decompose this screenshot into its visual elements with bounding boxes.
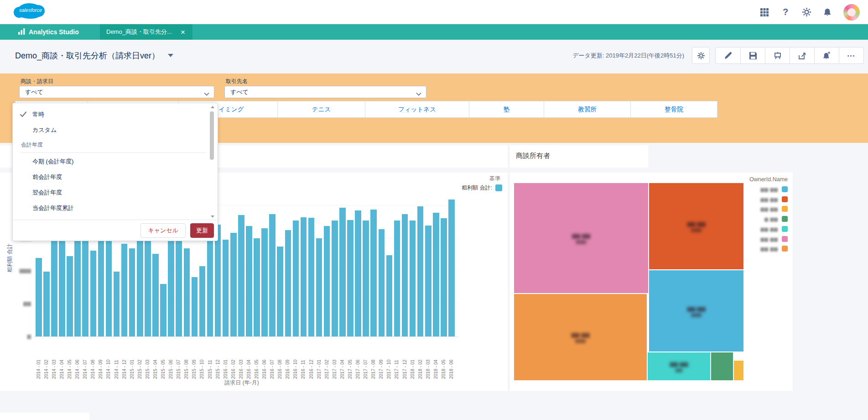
treemap-block[interactable]: ▆▆ ▆▆▆▆▆: [649, 183, 743, 269]
bar-2016 - 11[interactable]: [301, 217, 307, 336]
salesforce-logo[interactable]: salesforce: [16, 3, 43, 19]
bar-2014 - 01[interactable]: [36, 258, 42, 336]
dashboard-tab[interactable]: Demo_商談・取引先分... ×: [100, 24, 192, 40]
bar-2017 - 06[interactable]: [355, 210, 361, 336]
bar-2014 - 04[interactable]: [59, 230, 65, 336]
gear-icon[interactable]: [801, 7, 811, 17]
treemap-legend-item[interactable]: ▆▆ ▆▆: [760, 236, 788, 242]
edit-button[interactable]: [716, 47, 740, 63]
title-caret-icon[interactable]: [168, 54, 173, 57]
update-button[interactable]: 更新: [190, 223, 214, 238]
bar-2017 - 11[interactable]: [394, 220, 400, 336]
bar-2016 - 12[interactable]: [308, 218, 315, 336]
share-button[interactable]: [790, 47, 814, 63]
sparkle-button[interactable]: [692, 47, 710, 64]
scroll-up-icon[interactable]: [211, 106, 214, 108]
more-actions-button[interactable]: •••: [839, 47, 863, 63]
bar-2015 - 01[interactable]: [129, 248, 135, 336]
bar-2015 - 06[interactable]: [168, 233, 174, 336]
scroll-down-icon[interactable]: [211, 215, 214, 218]
dropdown-option[interactable]: 翌会計年度: [13, 185, 206, 200]
filter-account-select[interactable]: すべて: [224, 86, 426, 98]
bar-2015 - 07[interactable]: [176, 230, 182, 336]
present-button[interactable]: [765, 47, 790, 63]
save-button[interactable]: [740, 47, 765, 63]
bar-2017 - 12[interactable]: [402, 214, 408, 336]
bar-2014 - 03[interactable]: [51, 233, 57, 336]
tab-close-icon[interactable]: ×: [180, 28, 186, 36]
bar-2015 - 05[interactable]: [160, 284, 166, 336]
bar-2017 - 02[interactable]: [324, 226, 330, 336]
bar-2018 - 03[interactable]: [425, 226, 431, 336]
bar-2018 - 02[interactable]: [417, 206, 424, 336]
bar-2016 - 05[interactable]: [254, 238, 260, 336]
bar-2016 - 04[interactable]: [246, 226, 252, 336]
analytics-studio-brand[interactable]: Analytics Studio: [0, 24, 100, 40]
bar-2014 - 11[interactable]: [114, 272, 120, 336]
bar-2016 - 07[interactable]: [269, 214, 275, 336]
bell-icon[interactable]: [822, 7, 832, 17]
bar-2014 - 02[interactable]: [43, 272, 50, 336]
treemap-block[interactable]: [711, 352, 733, 380]
bar-2016 - 08[interactable]: [277, 247, 283, 336]
bar-2016 - 09[interactable]: [285, 230, 291, 336]
treemap-block[interactable]: ▆▆ ▆▆▆▆▆: [649, 270, 743, 352]
bar-2015 - 11[interactable]: [207, 236, 213, 336]
dropdown-scrollbar[interactable]: [209, 105, 215, 218]
bar-2015 - 12[interactable]: [215, 225, 221, 336]
user-avatar[interactable]: [843, 4, 860, 21]
bar-2015 - 02[interactable]: [137, 240, 143, 336]
treemap-legend-item[interactable]: ▆▆ ▆▆: [760, 226, 788, 232]
bar-2015 - 03[interactable]: [145, 233, 151, 336]
scrollbar-thumb[interactable]: [210, 111, 214, 160]
filter-date-select[interactable]: すべて: [19, 86, 214, 98]
bar-2016 - 06[interactable]: [261, 228, 268, 336]
bar-2018 - 01[interactable]: [410, 220, 416, 336]
treemap-legend-item[interactable]: ▆▆ ▆▆: [760, 196, 788, 202]
help-icon[interactable]: ?: [780, 7, 790, 17]
bar-2018 - 06[interactable]: [448, 200, 455, 336]
bar-2018 - 04[interactable]: [433, 213, 439, 336]
dropdown-option[interactable]: 常時: [13, 107, 206, 122]
category-tab-フィットネス[interactable]: フィットネス: [365, 101, 469, 118]
treemap-block[interactable]: [734, 361, 743, 380]
bar-2015 - 04[interactable]: [152, 254, 159, 336]
category-tab-教習所[interactable]: 教習所: [544, 101, 631, 118]
bar-2014 - 05[interactable]: [67, 256, 73, 336]
bar-2016 - 02[interactable]: [230, 233, 237, 336]
bar-2017 - 04[interactable]: [339, 208, 346, 336]
bar-2017 - 03[interactable]: [332, 220, 338, 336]
dropdown-option[interactable]: 前会計年度: [13, 169, 206, 185]
bar-2016 - 10[interactable]: [293, 220, 299, 336]
treemap-block[interactable]: ▆▆ ▆▆▆▆▆: [514, 183, 648, 293]
bar-2017 - 10[interactable]: [386, 255, 393, 336]
bar-2017 - 07[interactable]: [363, 220, 369, 336]
bar-2017 - 08[interactable]: [370, 210, 377, 336]
bar-2014 - 08[interactable]: [90, 251, 97, 336]
bar-2014 - 06[interactable]: [74, 230, 81, 336]
bar-2014 - 09[interactable]: [98, 230, 104, 336]
dropdown-option[interactable]: カスタム: [13, 122, 206, 138]
cancel-button[interactable]: キャンセル: [140, 223, 186, 238]
treemap-block[interactable]: ▆▆ ▆▆▆▆: [648, 352, 710, 380]
bar-2017 - 05[interactable]: [347, 220, 353, 336]
bar-2014 - 10[interactable]: [106, 232, 112, 336]
treemap-legend-item[interactable]: ▆▆ ▆▆: [760, 246, 788, 252]
treemap-block[interactable]: ▆▆ ▆▆▆▆▆: [514, 294, 647, 380]
dropdown-option[interactable]: 今期 (会計年度): [13, 154, 206, 169]
bar-2017 - 01[interactable]: [316, 238, 322, 336]
legend-series-row[interactable]: 粗利額 合計:: [462, 184, 502, 192]
bar-2015 - 10[interactable]: [199, 266, 206, 336]
treemap-legend-item[interactable]: ▆▆ ▆▆: [760, 206, 788, 212]
bar-2015 - 08[interactable]: [184, 248, 190, 336]
category-tab-テニス[interactable]: テニス: [278, 101, 365, 118]
bar-2015 - 09[interactable]: [192, 277, 198, 336]
treemap-legend-item[interactable]: ▆▆ ▆▆: [760, 186, 788, 192]
category-tab-塾[interactable]: 塾: [469, 101, 544, 118]
treemap-legend-item[interactable]: ▆ ▆▆: [764, 216, 788, 222]
app-launcher-icon[interactable]: [759, 7, 769, 17]
bar-2014 - 07[interactable]: [82, 232, 88, 336]
bar-2014 - 12[interactable]: [121, 244, 128, 336]
bar-2017 - 09[interactable]: [379, 229, 385, 336]
bar-2018 - 05[interactable]: [441, 218, 447, 336]
